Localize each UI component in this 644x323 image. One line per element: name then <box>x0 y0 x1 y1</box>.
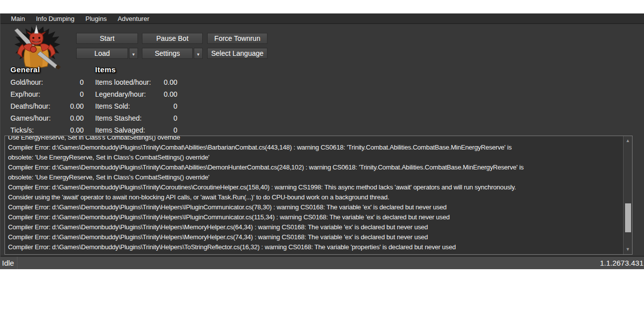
version-text: 1.1.2673.431 <box>600 259 644 267</box>
log-lines: Use EnergyReserve, Set in Class's Combat… <box>8 136 621 252</box>
stat-row: Gold/hour: 0 <box>10 76 84 88</box>
scroll-up-icon[interactable]: ▲ <box>624 137 632 145</box>
stat-label: Items looted/hour: <box>95 78 151 86</box>
stat-label: Items Stashed: <box>95 114 141 122</box>
stat-label: Deaths/hour: <box>10 102 50 110</box>
log-line: Consider using the 'await' operator to a… <box>8 192 621 202</box>
log-line: Compiler Error: d:\Games\Demonbuddy\Plug… <box>8 222 621 232</box>
select-language-button[interactable]: Select Language <box>207 48 267 59</box>
scroll-down-icon[interactable]: ▼ <box>624 245 632 254</box>
stat-label: Gold/hour: <box>10 78 43 86</box>
chevron-down-icon: ▼ <box>196 52 200 57</box>
bot-status-text: Idle <box>0 259 17 267</box>
items-stats-panel: Items Items looted/hour: 0.00 Legendary/… <box>95 65 177 136</box>
menu-item[interactable]: Main <box>5 14 30 23</box>
menu-item[interactable]: Plugins <box>80 14 113 23</box>
general-stats-panel: General Gold/hour: 0 Exp/hour: 0 Deaths/… <box>10 65 84 136</box>
log-line: Compiler Error: d:\Games\Demonbuddy\Plug… <box>8 162 621 172</box>
stat-value: 0.00 <box>164 78 177 86</box>
general-stats-title: General <box>10 65 84 74</box>
page: MainInfo DumpingPluginsAdventurer <box>0 0 644 323</box>
log-scrollbar[interactable]: ▲ ▼ <box>623 136 632 254</box>
menu-bar: MainInfo DumpingPluginsAdventurer <box>0 13 644 24</box>
stat-row: Legendary/hour: 0.00 <box>95 88 177 100</box>
status-bar: Idle 1.1.2673.431 <box>0 256 644 269</box>
stat-value: 0.00 <box>164 90 177 98</box>
stat-value: 0 <box>80 78 84 86</box>
load-dropdown-button[interactable]: ▼ <box>129 48 138 59</box>
stat-row: Games/hour: 0.00 <box>10 112 84 124</box>
load-button[interactable]: Load <box>76 48 128 59</box>
pause-bot-button[interactable]: Pause Bot <box>142 33 203 44</box>
log-line: Compiler Error: d:\Games\Demonbuddy\Plug… <box>8 143 621 153</box>
items-stats-title: Items <box>95 65 177 74</box>
log-line: Compiler Error: d:\Games\Demonbuddy\Plug… <box>8 242 621 252</box>
menu-item[interactable]: Info Dumping <box>30 14 80 23</box>
demon-logo <box>7 24 65 69</box>
menu-item[interactable]: Adventurer <box>112 14 155 23</box>
log-output-panel[interactable]: Use EnergyReserve, Set in Class's Combat… <box>4 136 633 255</box>
stat-label: Legendary/hour: <box>95 90 146 98</box>
stat-value: 0 <box>80 90 84 98</box>
stat-label: Games/hour: <box>10 114 51 122</box>
stat-row: Items Salvaged: 0 <box>95 124 177 136</box>
statusbar-divider <box>17 257 17 269</box>
stat-row: Items looted/hour: 0.00 <box>95 76 177 88</box>
stat-row: Items Sold: 0 <box>95 100 177 112</box>
stat-label: Ticks/s: <box>10 126 34 134</box>
log-line: Compiler Error: d:\Games\Demonbuddy\Plug… <box>8 232 621 242</box>
stat-value: 0 <box>173 102 177 110</box>
log-line: Use EnergyReserve, Set in Class's Combat… <box>8 136 621 143</box>
stat-value: 0.00 <box>70 114 84 122</box>
stat-label: Exp/hour: <box>10 90 40 98</box>
settings-button[interactable]: Settings <box>142 48 193 59</box>
start-button[interactable]: Start <box>76 33 138 44</box>
stat-row: Ticks/s: 0.00 <box>10 124 84 136</box>
settings-dropdown-button[interactable]: ▼ <box>194 48 203 59</box>
force-townrun-button[interactable]: Force Townrun <box>207 33 267 44</box>
stat-label: Items Sold: <box>95 102 130 110</box>
log-line: obsolete: 'Use EnergyReserve, Set in Cla… <box>8 172 621 182</box>
log-line: obsolete: 'Use EnergyReserve, Set in Cla… <box>8 153 621 162</box>
scrollbar-thumb[interactable] <box>625 203 631 232</box>
log-line: Compiler Error: d:\Games\Demonbuddy\Plug… <box>8 212 621 222</box>
stat-value: 0.00 <box>70 102 84 110</box>
stat-label: Items Salvaged: <box>95 126 145 134</box>
demonbuddy-window: MainInfo DumpingPluginsAdventurer <box>0 13 644 269</box>
stat-row: Items Stashed: 0 <box>95 112 177 124</box>
log-line: Compiler Error: d:\Games\Demonbuddy\Plug… <box>8 182 621 192</box>
chevron-down-icon: ▼ <box>131 52 135 57</box>
stat-value: 0 <box>173 114 177 122</box>
stat-value: 0 <box>173 126 177 134</box>
stat-row: Deaths/hour: 0.00 <box>10 100 84 112</box>
stat-value: 0.00 <box>70 126 84 134</box>
stat-row: Exp/hour: 0 <box>10 88 84 100</box>
log-line: Compiler Error: d:\Games\Demonbuddy\Plug… <box>8 202 621 212</box>
